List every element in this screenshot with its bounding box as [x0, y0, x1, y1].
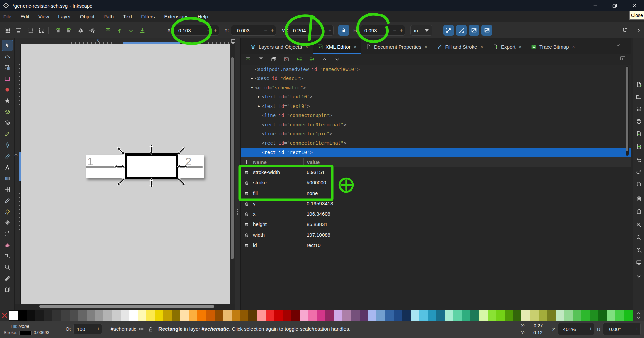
paste-button[interactable]	[635, 195, 643, 203]
y-field[interactable]: -0.003 − +	[231, 25, 276, 36]
tab-fill-and-stroke[interactable]: Fill and Stroke×	[432, 39, 488, 54]
pencil-tool[interactable]	[2, 129, 13, 139]
restore-button[interactable]	[605, 0, 625, 11]
color-swatch[interactable]	[581, 310, 590, 321]
no-color-swatch[interactable]	[0, 310, 9, 321]
color-swatch[interactable]	[342, 310, 351, 321]
menu-file[interactable]: File	[3, 14, 11, 19]
layer-lock-icon[interactable]	[148, 326, 154, 332]
new-element-node-button[interactable]	[244, 55, 252, 64]
menu-object[interactable]: Object	[80, 14, 94, 19]
box3d-tool[interactable]	[2, 107, 13, 117]
attribute-name[interactable]: height	[253, 221, 307, 227]
color-swatch[interactable]	[138, 310, 146, 321]
attribute-value[interactable]: 106.34606	[307, 211, 330, 217]
attribute-value[interactable]: #000000	[307, 180, 326, 185]
color-swatch[interactable]	[266, 310, 274, 321]
zoom-drawing-button[interactable]	[635, 233, 643, 241]
rotate-ccw-button[interactable]	[53, 26, 62, 35]
color-swatch[interactable]	[607, 310, 615, 321]
opacity-decrement-button[interactable]: −	[88, 326, 95, 332]
duplicate-node-button[interactable]	[270, 55, 278, 64]
color-swatch[interactable]	[9, 310, 18, 321]
attribute-name[interactable]: stroke	[253, 180, 307, 185]
close-button[interactable]	[625, 0, 644, 11]
color-swatch[interactable]	[257, 310, 266, 321]
x-field[interactable]: 0.103 − +	[174, 25, 219, 36]
xml-node-desc1[interactable]: ▶<desc id="desc1">	[241, 74, 631, 83]
color-swatch[interactable]	[419, 310, 428, 321]
move-node-down-button[interactable]	[333, 55, 341, 64]
color-swatch[interactable]	[180, 310, 189, 321]
color-swatch[interactable]	[360, 310, 368, 321]
scale-gradient-button[interactable]	[469, 25, 479, 36]
document-open-button[interactable]	[635, 93, 643, 101]
h-decrement-button[interactable]: −	[391, 27, 398, 33]
pages-tool[interactable]	[2, 284, 13, 295]
color-swatch[interactable]	[189, 310, 197, 321]
menu-help[interactable]: Help	[198, 14, 208, 19]
color-swatch[interactable]	[232, 310, 240, 321]
horizontal-scrollbar-thumb[interactable]	[39, 305, 214, 308]
opacity-field[interactable]: 100 − +	[73, 324, 102, 334]
xml-panel-layout-button[interactable]	[620, 55, 626, 61]
expander-collapsed-icon[interactable]: ▶	[256, 95, 262, 98]
tab-layers-and-objects[interactable]: Layers and Objects×	[245, 39, 313, 54]
selection-handles[interactable]	[21, 44, 230, 304]
y-decrement-button[interactable]: −	[262, 27, 269, 33]
flip-vertical-button[interactable]	[87, 26, 97, 35]
attribute-name[interactable]: id	[253, 242, 307, 248]
mesh-tool[interactable]	[2, 184, 13, 195]
attribute-row-width[interactable]: width197.10086	[241, 229, 631, 240]
color-swatch[interactable]	[445, 310, 453, 321]
pen-tool[interactable]	[2, 140, 13, 151]
tab-close-icon[interactable]: ×	[305, 44, 308, 49]
document-save-button[interactable]	[635, 104, 643, 113]
expander-collapsed-icon[interactable]: ▶	[249, 77, 255, 80]
tab-close-icon[interactable]: ×	[425, 44, 427, 49]
color-swatch[interactable]	[530, 310, 539, 321]
eraser-tool[interactable]	[2, 240, 13, 250]
color-swatch[interactable]	[453, 310, 462, 321]
color-swatch[interactable]	[590, 310, 598, 321]
x-decrement-button[interactable]: −	[205, 27, 212, 33]
color-swatch[interactable]	[283, 310, 291, 321]
copy-button[interactable]	[635, 180, 643, 188]
zoom-decrement-button[interactable]: −	[581, 326, 587, 332]
tab-document-properties[interactable]: Document Properties×	[361, 39, 432, 54]
tab-close-icon[interactable]: ×	[480, 44, 483, 49]
attribute-row-fill[interactable]: fillnone	[241, 188, 631, 198]
stroke-width-value[interactable]: 0.00693	[34, 330, 49, 335]
color-swatch[interactable]	[197, 310, 206, 321]
color-swatch[interactable]	[146, 310, 155, 321]
gradient-tool[interactable]	[2, 173, 13, 184]
flip-horizontal-button[interactable]	[76, 26, 85, 35]
zoom-tool[interactable]	[2, 262, 13, 272]
color-swatch[interactable]	[385, 310, 394, 321]
color-swatch[interactable]	[411, 310, 419, 321]
raise-to-top-button[interactable]	[103, 26, 113, 35]
zoom-in-button[interactable]	[635, 221, 643, 229]
attribute-row-x[interactable]: x106.34606	[241, 209, 631, 219]
monitor-button[interactable]	[635, 258, 643, 266]
menu-text[interactable]: Text	[123, 14, 132, 19]
color-swatch[interactable]	[496, 310, 504, 321]
selector-tool[interactable]	[2, 40, 13, 51]
xml-node-connector1terminal[interactable]: <rect id="connector1terminal">	[241, 138, 631, 148]
rotate-cw-button[interactable]	[64, 26, 74, 35]
vertical-scrollbar[interactable]	[230, 44, 235, 304]
color-swatch[interactable]	[27, 310, 35, 321]
menu-edit[interactable]: Edit	[20, 14, 29, 19]
dock-splitter[interactable]	[235, 38, 240, 310]
menu-path[interactable]: Path	[103, 14, 114, 19]
xml-node-connector0pin[interactable]: <line id="connector0pin">	[241, 111, 631, 120]
delete-attribute-icon[interactable]	[241, 201, 253, 206]
redo-button[interactable]	[635, 167, 643, 175]
w-increment-button[interactable]: +	[327, 27, 333, 33]
color-swatch[interactable]	[368, 310, 376, 321]
expander-expanded-icon[interactable]: ▼	[249, 86, 255, 89]
vertical-ruler[interactable]: 0	[15, 44, 21, 304]
scale-corners-button[interactable]	[456, 25, 467, 36]
export-button[interactable]	[635, 142, 643, 150]
rotation-decrement-button[interactable]: −	[627, 326, 634, 332]
